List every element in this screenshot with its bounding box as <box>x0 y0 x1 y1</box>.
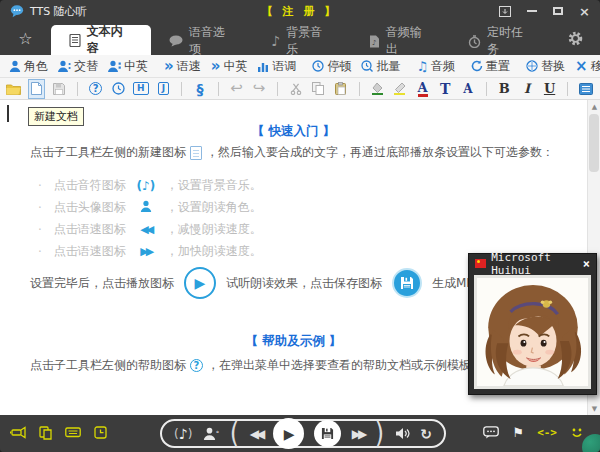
reset-icon <box>471 60 483 72</box>
pause-clock-icon <box>312 60 324 72</box>
font-large-icon: T <box>440 82 450 96</box>
minimize-button[interactable] <box>527 10 537 12</box>
speed-icon: » <box>164 59 174 74</box>
clipboard-copy-icon[interactable] <box>39 426 52 440</box>
favorites-star-icon[interactable]: ☆ <box>0 22 51 55</box>
bullet-speed-up: · 点击语速图标 ▶▶ ，加快朗读速度。 <box>38 243 262 260</box>
speed-bilingual-icon: » <box>211 59 221 74</box>
batch-button[interactable]: 批量 <box>356 58 405 75</box>
tab-voice-options[interactable]: 语音选项 <box>151 27 253 55</box>
speed-bilingual-button[interactable]: » 中英 <box>206 58 253 75</box>
fill-color-button[interactable] <box>370 80 386 98</box>
pause-button[interactable]: 停顿 <box>307 58 356 75</box>
save-button[interactable] <box>51 80 67 98</box>
slow-down-button[interactable]: ◀◀ <box>250 427 262 441</box>
person-icon <box>9 60 21 72</box>
maximize-button[interactable] <box>553 7 563 15</box>
j-tag-button[interactable]: J <box>156 80 172 98</box>
open-file-button[interactable] <box>6 80 22 98</box>
tab-scheduled-tasks[interactable]: 定时任务 <box>450 27 551 55</box>
redo-icon: ↪ <box>253 81 266 96</box>
save-floppy-icon <box>53 83 65 95</box>
font-size-small-button[interactable]: A <box>460 80 476 98</box>
speed-up-button[interactable]: ▶▶ <box>352 427 364 441</box>
window-title: TTS 随心听 <box>30 4 87 19</box>
help-icon: ? <box>89 82 102 95</box>
speed-button[interactable]: » 语速 <box>159 58 206 75</box>
volume-button[interactable] <box>395 427 410 440</box>
font-size-large-button[interactable]: T <box>437 80 453 98</box>
toolbar-separator <box>181 82 182 96</box>
font-color-button[interactable]: A <box>415 80 431 98</box>
voice-role-button[interactable]: ° <box>203 427 220 440</box>
history-button[interactable] <box>110 80 126 98</box>
scrollbar-thumb[interactable] <box>589 114 599 172</box>
undo-button[interactable]: ↩ <box>229 80 245 98</box>
tab-text-content[interactable]: 文本内容 <box>51 25 151 55</box>
italic-button[interactable]: I <box>519 80 535 98</box>
paste-clipboard-icon <box>335 82 346 95</box>
tab-audio-output[interactable]: ♪ 音频输出 <box>351 27 450 55</box>
person-alternate-icon <box>58 60 71 72</box>
italic-icon: I <box>524 82 530 95</box>
help-button[interactable]: ? <box>88 80 104 98</box>
h-tag-button[interactable]: H <box>133 80 149 98</box>
replace-button[interactable]: 替换 <box>521 58 570 75</box>
code-tags-icon[interactable]: <-> <box>537 426 557 439</box>
paste-button[interactable] <box>333 80 349 98</box>
section-button[interactable]: § <box>192 80 208 98</box>
bottom-bar: (♪) ° ( ◀◀ ▶ ▶▶ ) ↻ ⚑ <-> <box>0 415 600 452</box>
bold-button[interactable]: B <box>497 80 513 98</box>
scroll-up-arrow[interactable]: ▲ <box>588 100 600 113</box>
scissors-icon <box>290 83 302 95</box>
toolbar-separator <box>218 82 219 96</box>
section-icon: § <box>196 81 203 97</box>
background-music-button[interactable]: (♪) <box>174 426 192 442</box>
redo-button[interactable]: ↪ <box>251 80 267 98</box>
bilingual-role-button[interactable]: 中英 <box>103 58 153 75</box>
audio-button[interactable]: ♫ 音频 <box>411 58 460 75</box>
person-icon <box>203 427 216 440</box>
minimize-to-tray-button[interactable] <box>499 6 511 17</box>
underline-button[interactable]: U <box>542 80 558 98</box>
remove-button[interactable]: × 移除 <box>570 58 600 75</box>
new-document-icon <box>190 146 202 160</box>
reset-button[interactable]: 重置 <box>466 58 515 75</box>
h-tag-icon: H <box>133 82 149 95</box>
resize-grip[interactable] <box>582 434 600 452</box>
repeat-button[interactable]: ↻ <box>420 426 432 442</box>
paragraph-new-doc: 点击子工具栏左侧的新建图标 ，然后输入要合成的文字，再通过底部播放条设置以下可选… <box>30 144 554 161</box>
copy-button[interactable] <box>310 80 326 98</box>
text-caret <box>7 105 9 122</box>
pitch-button[interactable]: 语调 <box>252 58 301 75</box>
timer-icon[interactable] <box>94 426 107 440</box>
close-button[interactable]: × <box>579 5 590 18</box>
announce-horn-icon[interactable] <box>10 426 26 440</box>
keyboard-icon[interactable] <box>65 426 81 440</box>
voice-avatar-panel[interactable]: Microsoft Huihui × <box>468 253 597 395</box>
scroll-down-arrow[interactable]: ▼ <box>588 402 600 415</box>
font-color-icon: A <box>418 81 428 97</box>
tab-background-music[interactable]: ♪ 背景音乐 <box>253 27 350 55</box>
audio-file-icon: ♪ <box>369 35 380 48</box>
tab-label: 背景音乐 <box>286 24 332 58</box>
alternate-button[interactable]: 交替 <box>53 58 103 75</box>
music-note-icon: ♪ <box>179 426 188 442</box>
feedback-bubble-icon[interactable] <box>483 426 499 439</box>
highlight-button[interactable] <box>392 80 408 98</box>
avatar-portrait <box>474 275 591 389</box>
role-button[interactable]: 角色 <box>4 58 53 75</box>
cut-button[interactable] <box>288 80 304 98</box>
new-document-button[interactable] <box>29 80 45 98</box>
play-button[interactable]: ▶ <box>273 418 304 449</box>
remove-x-icon: × <box>575 59 588 74</box>
save-mp3-button[interactable] <box>314 420 341 447</box>
bold-icon: B <box>499 82 510 95</box>
list-view-button[interactable] <box>578 80 594 98</box>
avatar-close-icon[interactable]: × <box>583 257 590 271</box>
smiley-icon[interactable] <box>570 427 584 439</box>
settings-gear-icon[interactable] <box>551 22 600 55</box>
flag-icon[interactable]: ⚑ <box>512 425 524 440</box>
font-small-icon: A <box>463 83 472 95</box>
music-note-icon: (♪) <box>132 179 160 193</box>
